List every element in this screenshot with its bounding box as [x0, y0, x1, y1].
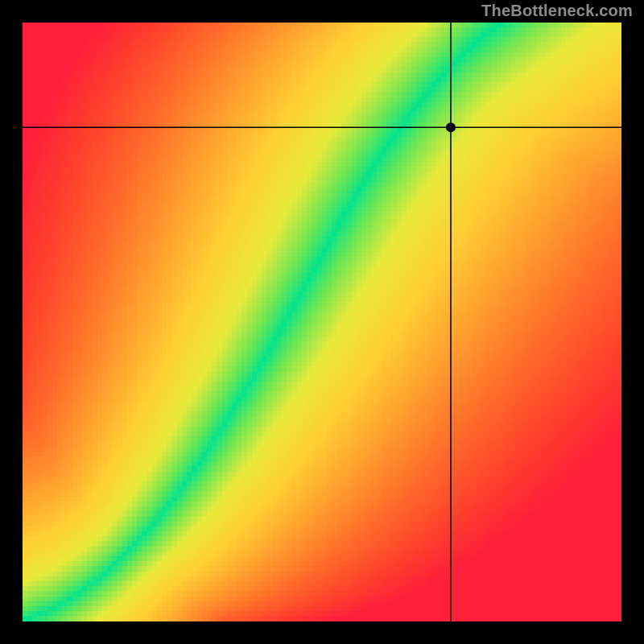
- watermark-label: TheBottleneck.com: [481, 2, 633, 20]
- chart-frame: TheBottleneck.com: [0, 0, 644, 644]
- bottleneck-heatmap: [23, 23, 621, 621]
